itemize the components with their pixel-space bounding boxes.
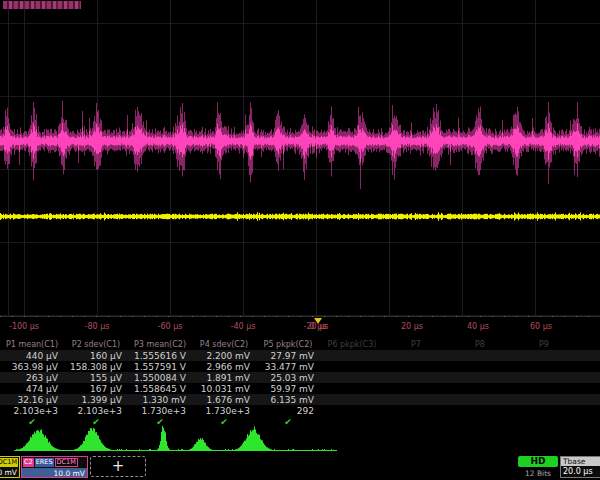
measure-cell: 2.103e+3 xyxy=(0,406,64,416)
hd-bits-label: 12 Bits xyxy=(518,469,558,478)
time-tick-label: 60 µs xyxy=(530,322,552,331)
status-check-icon: ✔ xyxy=(256,417,320,426)
measure-cell: 474 µV xyxy=(0,384,64,394)
status-check-icon: ✔ xyxy=(0,417,64,426)
measure-cell: 6.135 mV xyxy=(256,395,320,405)
param-header[interactable]: P3 mean(C2) xyxy=(128,340,192,349)
measure-cell: 263 µV xyxy=(0,373,64,383)
status-check-icon: ✔ xyxy=(192,417,256,426)
measurement-table: P1 mean(C1)P2 sdev(C1)P3 mean(C2)P4 sdev… xyxy=(0,338,600,426)
time-tick-label: 40 µs xyxy=(467,322,489,331)
measure-cell: 32.16 µV xyxy=(0,395,64,405)
c2-eres-badge: ERES xyxy=(35,458,54,467)
measure-cell: 1.891 mV xyxy=(192,373,256,383)
status-check-icon: ✔ xyxy=(64,417,128,426)
hd-badge: HD xyxy=(518,456,558,467)
param-header[interactable]: P10 xyxy=(576,340,600,349)
param-header[interactable]: P6 pkpk(C3) xyxy=(320,340,384,349)
c2-channel-badge: C2 xyxy=(23,458,34,467)
param-header[interactable]: P5 pkpk(C2) xyxy=(256,340,320,349)
time-tick-label: -100 µs xyxy=(9,322,39,331)
measure-cell: 1.730e+3 xyxy=(192,406,256,416)
measure-cell: 1.330 mV xyxy=(128,395,192,405)
measure-cell: 292 xyxy=(256,406,320,416)
measure-cell: 363.98 µV xyxy=(0,362,64,372)
c1-volts-per-div: 0 mV xyxy=(0,467,19,478)
measure-cell: 1.557591 V xyxy=(128,362,192,372)
measure-cell: 2.966 mV xyxy=(192,362,256,372)
channel-c2-descriptor[interactable]: C2 ERES DC1M 10.0 mV xyxy=(21,456,88,478)
measure-cell: 1.555616 V xyxy=(128,351,192,361)
status-check-icon: ✔ xyxy=(128,417,192,426)
time-tick-label: -60 µs xyxy=(158,322,183,331)
param-header[interactable]: P7 xyxy=(384,340,448,349)
timebase-value: 20.0 µs xyxy=(561,466,600,476)
time-tick-label: 0 µs xyxy=(310,322,327,331)
measure-cell: 155 µV xyxy=(64,373,128,383)
measure-cell: 25.03 mV xyxy=(256,373,320,383)
table-row: 263 µV155 µV1.550084 V1.891 mV25.03 mV xyxy=(0,372,600,383)
parameter-histicons xyxy=(0,426,600,455)
measure-cell: 59.97 mV xyxy=(256,384,320,394)
measure-cell: 27.97 mV xyxy=(256,351,320,361)
measure-cell: 1.676 mV xyxy=(192,395,256,405)
measure-cell: 1.550084 V xyxy=(128,373,192,383)
table-row: 363.98 µV158.308 µV1.557591 V2.966 mV33.… xyxy=(0,361,600,372)
timebase-label: Tbase xyxy=(561,457,600,466)
table-row: 474 µV167 µV1.558645 V10.031 mV59.97 mV xyxy=(0,383,600,394)
measure-cell: 1.730e+3 xyxy=(128,406,192,416)
measure-cell: 160 µV xyxy=(64,351,128,361)
measure-cell: 440 µV xyxy=(0,351,64,361)
measure-cell: 167 µV xyxy=(64,384,128,394)
trace-annotation-fragment xyxy=(3,1,81,9)
time-tick-label: 20 µs xyxy=(401,322,423,331)
waveform-traces xyxy=(0,0,600,316)
param-header[interactable]: P1 mean(C1) xyxy=(0,340,64,349)
c2-coupling-badge: DC1M xyxy=(55,458,78,467)
measure-cell: 33.477 mV xyxy=(256,362,320,372)
channel-c1-descriptor[interactable]: DC1M 0 mV xyxy=(0,456,20,478)
hd-indicator: HD 12 Bits xyxy=(518,455,558,478)
table-row: 2.103e+32.103e+31.730e+31.730e+3292 xyxy=(0,405,600,416)
param-header[interactable]: P2 sdev(C1) xyxy=(64,340,128,349)
c1-coupling-badge: DC1M xyxy=(0,458,18,467)
param-header[interactable]: P8 xyxy=(448,340,512,349)
measure-cell: 2.103e+3 xyxy=(64,406,128,416)
measure-cell: 158.308 µV xyxy=(64,362,128,372)
table-row: ✔✔✔✔✔ xyxy=(0,416,600,426)
oscilloscope-screen: -100 µs-80 µs-60 µs-40 µs-20 µs0 µs20 µs… xyxy=(0,0,600,480)
measure-cell: 1.399 µV xyxy=(64,395,128,405)
timebase-descriptor[interactable]: Tbase 20.0 µs xyxy=(560,456,600,478)
table-row: 440 µV160 µV1.555616 V2.200 mV27.97 mV xyxy=(0,350,600,361)
param-header[interactable]: P4 sdev(C2) xyxy=(192,340,256,349)
measure-cell: 2.200 mV xyxy=(192,351,256,361)
time-axis: -100 µs-80 µs-60 µs-40 µs-20 µs0 µs20 µs… xyxy=(0,316,600,338)
param-header[interactable]: P9 xyxy=(512,340,576,349)
measure-cell: 10.031 mV xyxy=(192,384,256,394)
add-trace-button[interactable]: + xyxy=(90,456,146,477)
table-row: P1 mean(C1)P2 sdev(C1)P3 mean(C2)P4 sdev… xyxy=(0,338,600,350)
measure-cell: 1.558645 V xyxy=(128,384,192,394)
table-row: 32.16 µV1.399 µV1.330 mV1.676 mV6.135 mV xyxy=(0,394,600,405)
time-tick-label: -40 µs xyxy=(231,322,256,331)
descriptor-bar: DC1M 0 mV C2 ERES DC1M 10.0 mV + HD 12 B… xyxy=(0,455,600,480)
waveform-grid[interactable] xyxy=(0,0,600,316)
c2-volts-per-div: 10.0 mV xyxy=(22,468,87,478)
time-tick-label: -80 µs xyxy=(85,322,110,331)
